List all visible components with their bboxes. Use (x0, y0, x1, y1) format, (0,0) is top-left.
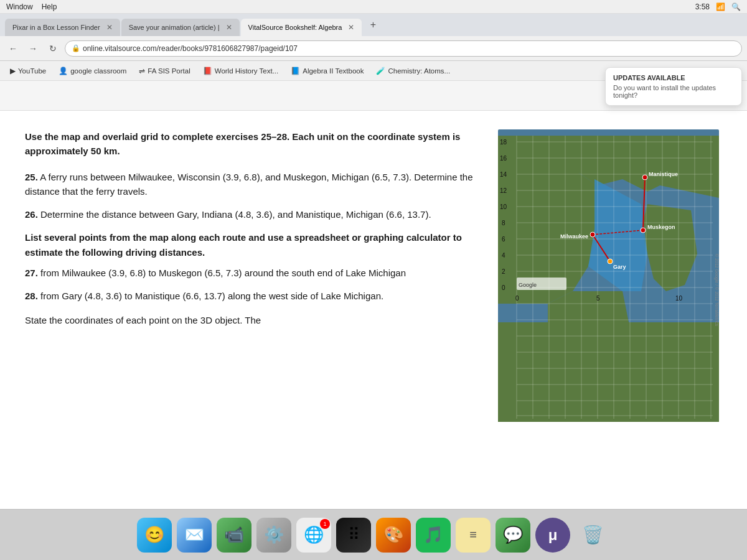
text-column: Use the map and overlaid grid to complet… (25, 129, 486, 497)
svg-text:5: 5 (596, 295, 600, 302)
menu-help[interactable]: Help (42, 2, 57, 11)
dock-mail[interactable]: ✉️ (177, 518, 212, 553)
intro-bold: Use the map and overlaid grid to complet… (25, 131, 460, 156)
address-bar[interactable]: 🔒 online.vitalsource.com/reader/books/97… (65, 40, 742, 57)
menu-bar: Window Help 3:58 📶 🔍 (0, 0, 747, 14)
finder-icon: 😊 (144, 525, 164, 544)
svg-text:0: 0 (515, 295, 519, 302)
menu-right: 3:58 📶 🔍 (695, 2, 741, 11)
dock-notes[interactable]: ≡ (456, 518, 491, 553)
forward-button[interactable]: → (25, 40, 41, 57)
world-history-icon: 📕 (203, 67, 212, 75)
svg-point-58 (641, 228, 646, 233)
exercise-26: 26. Determine the distance between Gary,… (25, 207, 486, 222)
svg-text:Gary: Gary (613, 264, 626, 270)
svg-text:0: 0 (502, 284, 505, 291)
blender-icon: 🎨 (383, 525, 403, 544)
svg-text:18: 18 (500, 139, 507, 146)
list-intro: List several points from the map along e… (25, 230, 486, 259)
exercise-27-num: 27. (25, 268, 38, 278)
tab-save-animation-label: Save your animation (article) | (129, 24, 220, 31)
bookmark-algebra[interactable]: 📘 Algebra II Textbook (286, 65, 369, 77)
tab-save-animation[interactable]: Save your animation (article) | ✕ (121, 19, 240, 36)
bookmark-fa-sis-label: FA SIS Portal (148, 67, 190, 75)
svg-text:© 2012 Google / © 2012 TerraMe: © 2012 Google / © 2012 TerraMetrics (714, 254, 719, 327)
svg-text:2: 2 (502, 268, 505, 275)
search-icon[interactable]: 🔍 (731, 2, 741, 11)
tab-vitalsource[interactable]: VitalSource Bookshelf: Algebra ✕ (241, 19, 362, 36)
coordinate-map: 18 16 14 12 10 8 6 4 2 0 0 5 (498, 129, 719, 434)
bookmark-youtube-label: YouTube (18, 67, 46, 75)
svg-text:10: 10 (500, 203, 507, 210)
menu-window[interactable]: Window (6, 2, 33, 11)
svg-text:12: 12 (500, 187, 507, 194)
dock-mu[interactable]: μ (535, 518, 570, 553)
messages-icon: 💬 (503, 525, 523, 544)
lock-icon: 🔒 (72, 44, 80, 52)
bookmark-chemistry[interactable]: 🧪 Chemistry: Atoms... (371, 65, 455, 77)
dock-facetime[interactable]: 📹 (217, 518, 251, 553)
tab-save-animation-close[interactable]: ✕ (226, 23, 232, 32)
bookmark-algebra-label: Algebra II Textbook (303, 67, 364, 75)
bookmark-chemistry-label: Chemistry: Atoms... (388, 67, 450, 75)
chemistry-icon: 🧪 (376, 67, 385, 75)
svg-point-56 (642, 175, 647, 180)
bookmark-world-history[interactable]: 📕 World History Text... (198, 65, 283, 77)
dock-chrome[interactable]: 🌐 1 (296, 518, 331, 553)
reload-button[interactable]: ↻ (45, 40, 61, 57)
chrome-badge: 1 (320, 519, 330, 529)
tab-pixar[interactable]: Pixar in a Box Lesson Finder ✕ (5, 19, 120, 36)
trash-icon: 🗑️ (582, 525, 604, 545)
dock-messages[interactable]: 💬 (496, 518, 530, 553)
mu-icon: μ (548, 526, 558, 544)
exercise-28: 28. from Gary (4.8, 3.6) to Manistique (… (25, 289, 486, 303)
tab-vitalsource-label: VitalSource Bookshelf: Algebra (248, 24, 342, 31)
exercise-26-text: Determine the distance between Gary, Ind… (40, 209, 431, 220)
bookmark-google-classroom-label: google classroom (70, 67, 126, 75)
mail-icon: ✉️ (184, 525, 204, 544)
svg-text:16: 16 (500, 155, 507, 162)
exercise-28-num: 28. (25, 291, 38, 301)
dock-trash[interactable]: 🗑️ (575, 518, 610, 553)
exercise-25: 25. A ferry runs between Milwaukee, Wisc… (25, 170, 486, 199)
fa-sis-icon: ⇌ (139, 67, 145, 75)
exercise-26-num: 26. (25, 209, 38, 220)
chrome-icon: 🌐 (304, 525, 324, 544)
time-display: 3:58 (695, 2, 710, 11)
svg-text:14: 14 (500, 171, 507, 178)
svg-point-62 (608, 259, 613, 264)
settings-icon: ⚙️ (264, 525, 284, 544)
svg-text:Google: Google (519, 282, 537, 288)
exercise-28-text: from Gary (4.8, 3.6) to Manistique (6.6,… (40, 291, 383, 301)
notification-body: Do you want to install the updates tonig… (613, 84, 734, 99)
dock-launchpad[interactable]: ⠿ (336, 518, 371, 553)
svg-text:Muskegon: Muskegon (647, 224, 675, 230)
address-row: ← → ↻ 🔒 online.vitalsource.com/reader/bo… (0, 36, 747, 61)
dock-finder[interactable]: 😊 (137, 518, 172, 553)
content-area: 🔍 AA Use the map and overlaid grid to co… (0, 81, 747, 509)
tab-vitalsource-close[interactable]: ✕ (348, 23, 354, 32)
new-tab-button[interactable]: + (365, 17, 380, 32)
svg-rect-5 (498, 322, 719, 422)
back-button[interactable]: ← (5, 40, 21, 57)
facetime-icon: 📹 (224, 525, 244, 544)
dock-blender[interactable]: 🎨 (376, 518, 411, 553)
tab-pixar-close[interactable]: ✕ (106, 23, 113, 32)
dock-spotify[interactable]: 🎵 (416, 518, 451, 553)
exercise-27-text: from Milwaukee (3.9, 6.8) to Muskegon (6… (40, 268, 406, 278)
bookmark-fa-sis[interactable]: ⇌ FA SIS Portal (134, 65, 195, 77)
notes-icon: ≡ (469, 528, 477, 542)
svg-text:Manistique: Manistique (649, 171, 678, 177)
bookmark-youtube[interactable]: ▶ YouTube (5, 65, 51, 77)
intro-paragraph: Use the map and overlaid grid to complet… (25, 129, 486, 159)
svg-point-60 (590, 232, 595, 237)
page-content: Use the map and overlaid grid to complet… (0, 111, 747, 509)
url-text: online.vitalsource.com/reader/books/9781… (83, 44, 735, 53)
algebra-icon: 📘 (291, 67, 300, 75)
youtube-icon: ▶ (10, 67, 16, 75)
svg-text:4: 4 (502, 252, 505, 259)
tabs-bar: Pixar in a Box Lesson Finder ✕ Save your… (0, 14, 747, 36)
bookmark-google-classroom[interactable]: 👤 google classroom (54, 65, 131, 77)
dock-settings[interactable]: ⚙️ (256, 518, 291, 553)
tab-pixar-label: Pixar in a Box Lesson Finder (12, 24, 100, 31)
